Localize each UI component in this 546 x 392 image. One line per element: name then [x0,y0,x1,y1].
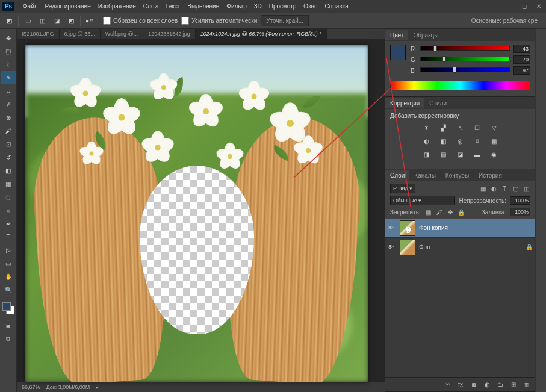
delete-layer-icon[interactable]: 🗑 [522,380,532,390]
pen-tool[interactable]: ✒ [1,217,16,230]
history-tab[interactable]: История [474,170,507,181]
window-close[interactable]: ✕ [532,1,546,12]
styles-tab[interactable]: Стили [424,98,451,108]
visibility-toggle-icon[interactable]: 👁 [388,225,396,231]
path-tool[interactable]: ▷ [1,243,16,257]
bw-icon[interactable]: ◧ [438,136,449,146]
menu-view[interactable]: Просмотр [265,1,300,11]
gradient-map-icon[interactable]: ▬ [472,149,483,159]
subtract-selection-icon[interactable]: ◪ [51,16,62,26]
vibrance-icon[interactable]: ▽ [489,123,500,132]
new-selection-icon[interactable]: ▭ [22,16,33,26]
color-tab[interactable]: Цвет [385,30,408,40]
auto-enhance-checkbox[interactable]: Усилить автоматически [181,17,257,25]
filter-adj-icon[interactable]: ◐ [489,184,498,193]
menu-3d[interactable]: 3D [250,1,265,11]
marquee-tool[interactable]: ⬚ [1,45,16,58]
stamp-tool[interactable]: ⊡ [1,137,16,151]
doc-tab-1[interactable]: 6.jpg @ 33... [60,29,101,39]
layer-mask-icon[interactable]: ◙ [469,380,479,390]
menu-filter[interactable]: Фильтр [223,1,250,11]
layers-tab[interactable]: Слои [385,170,409,181]
move-tool[interactable]: ✥ [1,31,16,45]
lock-all-icon[interactable]: 🔒 [457,208,465,216]
type-tool[interactable]: T [1,230,16,243]
filter-smart-icon[interactable]: ◫ [522,184,530,193]
layer-row-1[interactable]: 👁 Фон 🔒 [385,238,535,257]
window-maximize[interactable]: ◻ [517,1,532,12]
new-fill-adj-icon[interactable]: ◐ [482,380,492,390]
layer-name[interactable]: Фон копия [419,225,533,231]
adjustments-tab[interactable]: Коррекция [385,98,424,108]
visibility-toggle-icon[interactable]: 👁 [388,244,396,250]
zoom-level[interactable]: 66,67% [22,384,40,390]
refine-edge-button[interactable]: Уточн. край... [261,15,309,26]
lock-position-icon[interactable]: ✥ [446,208,454,216]
r-input[interactable] [513,45,530,53]
brush-size-icon[interactable]: ●21 [84,16,95,26]
filter-pixel-icon[interactable]: ▦ [479,184,487,193]
doc-tab-0[interactable]: IS21001.JPG [17,29,60,39]
posterize-icon[interactable]: ▤ [438,149,449,159]
fill-input[interactable] [510,208,530,216]
status-arrow-icon[interactable]: ▸ [96,384,99,390]
blend-mode-dropdown[interactable]: Обычные ▾ [390,196,455,205]
threshold-icon[interactable]: ◪ [455,149,466,159]
filter-shape-icon[interactable]: ▢ [511,184,520,193]
zoom-tool[interactable]: 🔍 [1,283,16,296]
b-slider[interactable] [420,67,510,73]
window-minimize[interactable]: — [503,1,517,12]
new-layer-icon[interactable]: ⊞ [509,380,518,390]
lasso-tool[interactable]: ⌇ [1,58,16,71]
layer-name[interactable]: Фон [419,244,522,250]
color-swatches[interactable] [1,301,16,316]
selective-color-icon[interactable]: ◉ [489,149,500,159]
menu-help[interactable]: Справка [321,1,352,11]
doc-tab-3[interactable]: 12942581542.jpg [143,29,196,39]
layer-filter-dropdown[interactable]: Р Вид ▾ [390,184,415,193]
canvas[interactable] [25,45,368,382]
invert-icon[interactable]: ◨ [421,149,432,159]
eraser-tool[interactable]: ◧ [1,164,16,177]
lock-pixels-icon[interactable]: 🖌 [435,208,444,216]
menu-select[interactable]: Выделение [184,1,223,11]
filter-type-icon[interactable]: T [500,184,509,193]
g-input[interactable] [513,55,530,64]
opacity-input[interactable] [510,196,530,205]
quick-mask-tool[interactable]: ◙ [1,319,16,332]
tool-preset-icon[interactable]: ◩ [4,16,14,26]
menu-edit[interactable]: Редактирование [42,1,95,11]
new-group-icon[interactable]: 🗀 [495,380,505,390]
curves-icon[interactable]: ∿ [455,123,466,132]
healing-tool[interactable]: ⊕ [1,111,16,124]
color-lookup-icon[interactable]: ▦ [489,136,500,146]
doc-tab-2[interactable]: Wolf.png @... [101,29,144,39]
doc-tab-4[interactable]: 1024x1024sr.jpg @ 66,7% (Фон копия, RGB/… [196,29,327,39]
menu-image[interactable]: Изображение [95,1,140,11]
intersect-selection-icon[interactable]: ◩ [66,16,76,26]
layer-thumbnail[interactable] [400,240,415,255]
brush-tool[interactable]: 🖌 [1,124,16,137]
photo-filter-icon[interactable]: ◎ [455,136,466,146]
b-input[interactable] [513,66,530,75]
dodge-tool[interactable]: ☼ [1,204,16,217]
channels-tab[interactable]: Каналы [409,170,441,181]
add-selection-icon[interactable]: ◫ [37,16,48,26]
color-preview-swatch[interactable] [390,45,406,60]
collapsed-panel-strip[interactable] [535,29,546,392]
menu-file[interactable]: Файл [19,1,42,11]
eyedropper-tool[interactable]: ✐ [1,98,16,111]
lock-transparent-icon[interactable]: ▦ [424,208,433,216]
sample-all-layers-checkbox[interactable]: Образец со всех слоев [103,17,178,25]
layer-thumbnail[interactable] [400,220,415,236]
layer-row-0[interactable]: 👁 Фон копия [385,219,535,238]
screen-mode-tool[interactable]: ⧉ [1,332,16,346]
menu-layers[interactable]: Слои [140,1,161,11]
hand-tool[interactable]: ✋ [1,270,16,283]
r-slider[interactable] [420,46,510,52]
foreground-color-swatch[interactable] [2,302,11,311]
link-layers-icon[interactable]: ⚯ [442,380,452,390]
exposure-icon[interactable]: ☐ [472,123,483,132]
menu-text[interactable]: Текст [161,1,184,11]
menu-window[interactable]: Окно [300,1,321,11]
